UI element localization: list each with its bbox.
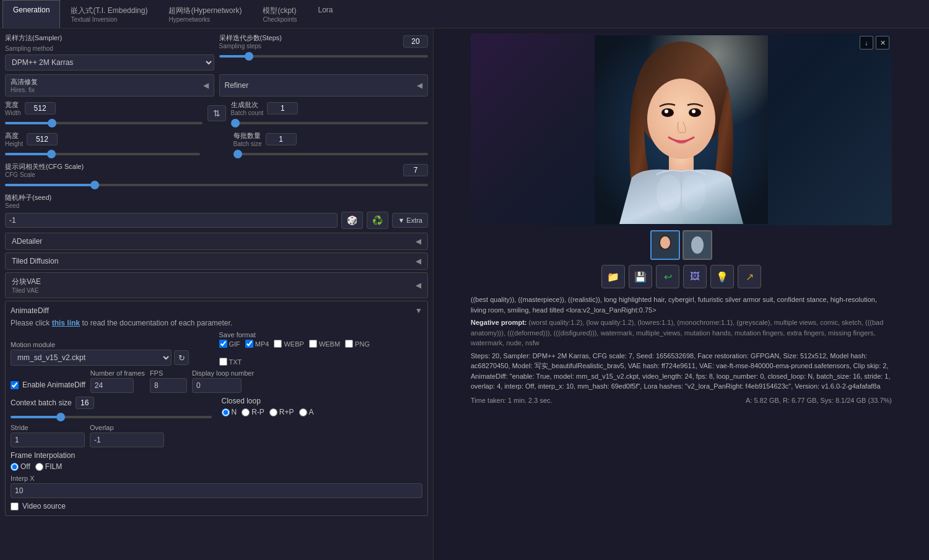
save-action-button[interactable]: 💾 <box>629 265 652 288</box>
sampler-label-en: Sampling method <box>5 45 53 52</box>
extra-button[interactable]: ▼ Extra <box>392 213 428 228</box>
format-gif-checkbox[interactable] <box>219 340 227 348</box>
animatediff-notice: Please click this link to read the docum… <box>11 319 422 327</box>
hires-section[interactable]: 高清修复 Hires. fix ◀ <box>5 74 214 97</box>
adetailer-label: ADetailer <box>12 237 42 246</box>
batch-count-label-cn: 生成批次 <box>231 100 264 110</box>
format-gif-label: GIF <box>219 340 240 348</box>
width-value: 512 <box>25 102 56 114</box>
svg-point-16 <box>691 236 704 254</box>
adetailer-arrow: ◀ <box>416 237 421 246</box>
animatediff-collapse-icon[interactable]: ▼ <box>415 306 422 315</box>
animatediff-header-label: AnimateDiff <box>11 306 49 315</box>
format-png-checkbox[interactable] <box>345 340 353 348</box>
cfg-label-cn: 提示词相关性(CFG Scale) <box>5 162 84 171</box>
tab-generation[interactable]: Generation <box>2 0 60 28</box>
swap-dimensions-button[interactable]: ⇅ <box>207 105 226 121</box>
seed-recycle-button[interactable]: ♻️ <box>367 212 388 229</box>
format-mp4-label: MP4 <box>245 340 269 348</box>
tab-checkpoints[interactable]: 模型(ckpt) Checkpoints <box>252 0 307 28</box>
save-format-label: Save format <box>219 331 423 338</box>
tiled-vae-arrow: ◀ <box>416 281 421 290</box>
thumbnail-1[interactable] <box>650 230 680 260</box>
batch-count-value: 1 <box>267 102 298 114</box>
height-value: 512 <box>27 133 58 145</box>
image-action-button[interactable]: 🖼 <box>683 265 707 288</box>
animatediff-section: AnimateDiff ▼ Please click this link to … <box>5 301 428 516</box>
tiled-vae-label-cn: 分块VAE <box>12 277 41 287</box>
tiled-diffusion-section[interactable]: Tiled Diffusion ◀ <box>5 252 428 270</box>
closed-loop-a: A <box>299 408 314 416</box>
image-download-button[interactable]: ↓ <box>860 36 873 50</box>
image-close-button[interactable]: ✕ <box>876 36 889 50</box>
tab-hypernetworks[interactable]: 超网络(Hypernetwork) Hypernetworks <box>158 0 252 28</box>
negative-prefix: Negative prompt: <box>471 319 529 326</box>
seed-input[interactable] <box>5 213 338 228</box>
video-source-checkbox[interactable] <box>11 502 19 510</box>
folder-action-button[interactable]: 📁 <box>601 265 625 288</box>
format-mp4-checkbox[interactable] <box>245 340 253 348</box>
animatediff-doc-link[interactable]: this link <box>52 319 80 327</box>
overlap-input[interactable] <box>90 433 164 447</box>
hires-arrow: ◀ <box>203 81 209 90</box>
steps-label-en: Sampling steps <box>219 43 282 50</box>
seed-label-en: Seed <box>5 202 428 209</box>
cfg-slider[interactable] <box>5 184 428 186</box>
closed-loop-rpp: R+P <box>269 408 294 416</box>
fps-input[interactable] <box>150 378 187 393</box>
tab-generation-label: Generation <box>13 6 50 14</box>
steps-info-text: Steps: 20, Sampler: DPM++ 2M Karras, CFG… <box>471 351 892 392</box>
frame-interp-off: Off <box>11 462 30 471</box>
cursor-action-button[interactable]: ↗ <box>738 265 761 288</box>
width-label-en: Width <box>5 110 21 116</box>
batch-size-label-cn: 每批数量 <box>233 131 262 140</box>
context-batch-slider[interactable] <box>11 416 212 418</box>
num-frames-input[interactable] <box>90 378 134 393</box>
batch-size-label-en: Batch size <box>233 140 262 147</box>
batch-count-slider[interactable] <box>231 122 429 124</box>
height-slider[interactable] <box>5 153 200 155</box>
stride-input[interactable] <box>11 433 85 447</box>
frame-interp-label: Frame Interpolation <box>11 451 75 460</box>
steps-slider[interactable] <box>219 55 429 58</box>
format-webp-checkbox[interactable] <box>274 340 282 348</box>
video-source-label: Video source <box>22 502 66 510</box>
thumbnail-2[interactable] <box>683 230 712 260</box>
adetailer-section[interactable]: ADetailer ◀ <box>5 233 428 250</box>
interp-x-input[interactable] <box>11 483 422 498</box>
context-batch-value: 16 <box>76 397 94 409</box>
sampler-select[interactable]: DPM++ 2M Karras Euler a Euler <box>5 54 214 71</box>
info-action-button[interactable]: 💡 <box>710 265 734 288</box>
vram-text: A: 5.82 GB, R: 6.77 GB, Sys: 8.1/24 GB (… <box>746 397 892 404</box>
time-stats-row: Time taken: 1 min. 2.3 sec. A: 5.82 GB, … <box>471 397 892 404</box>
motion-module-refresh-button[interactable]: ↻ <box>174 350 189 365</box>
svg-point-10 <box>681 174 706 212</box>
height-label-en: Height <box>5 140 23 147</box>
width-slider[interactable] <box>5 122 203 124</box>
batch-size-value: 1 <box>266 133 297 145</box>
undo-action-button[interactable]: ↩ <box>656 265 679 288</box>
display-loop-label: Display loop number <box>192 369 254 377</box>
closed-loop-n: N <box>222 408 237 416</box>
format-webm-label: WEBM <box>309 340 340 348</box>
sampler-label-cn: 采样方法(Sampler) <box>5 33 62 43</box>
tab-lora[interactable]: Lora <box>307 0 343 28</box>
format-webm-checkbox[interactable] <box>309 340 317 348</box>
batch-size-slider[interactable] <box>233 153 429 155</box>
right-panel: ↓ ✕ 📁 <box>434 28 929 560</box>
tab-textual-inversion[interactable]: 嵌入式(T.I. Embedding) Textual Inversion <box>60 0 158 28</box>
format-png-label: PNG <box>345 340 370 348</box>
tiled-vae-section[interactable]: 分块VAE Tiled VAE ◀ <box>5 272 428 298</box>
format-txt-checkbox[interactable] <box>219 358 227 366</box>
display-loop-input[interactable] <box>192 378 242 393</box>
enable-animatediff-checkbox[interactable] <box>11 381 19 389</box>
tiled-diffusion-label: Tiled Diffusion <box>12 257 58 265</box>
svg-point-4 <box>647 79 715 159</box>
motion-module-select[interactable]: mm_sd_v15_v2.ckpt mm_sd_v14.ckpt <box>11 350 172 366</box>
fps-label: FPS <box>150 369 187 377</box>
image-container: ↓ ✕ <box>471 33 892 225</box>
refiner-section[interactable]: Refiner ◀ <box>219 74 429 97</box>
hires-label-en: Hires. fix <box>11 87 38 93</box>
svg-point-8 <box>692 110 696 113</box>
seed-dice-button[interactable]: 🎲 <box>341 212 363 229</box>
